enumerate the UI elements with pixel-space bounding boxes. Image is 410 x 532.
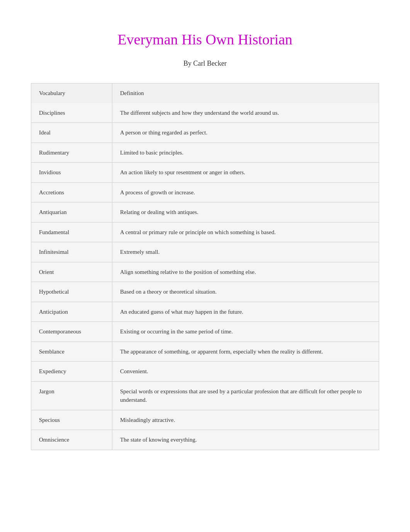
- vocabulary-definition: The appearance of something, or apparent…: [112, 342, 379, 362]
- table-row: InvidiousAn action likely to spur resent…: [31, 163, 379, 183]
- table-row: DisciplinesThe different subjects and ho…: [31, 103, 379, 123]
- vocabulary-definition: A process of growth or increase.: [112, 182, 379, 202]
- vocabulary-definition: Misleadingly attractive.: [112, 410, 379, 430]
- table-row: SpeciousMisleadingly attractive.: [31, 410, 379, 430]
- vocabulary-word: Antiquarian: [31, 202, 112, 223]
- vocabulary-definition: An educated guess of what may happen in …: [112, 302, 379, 322]
- vocabulary-word: Infinitesimal: [31, 242, 112, 262]
- vocabulary-word: Fundamental: [31, 222, 112, 242]
- table-row: OrientAlign something relative to the po…: [31, 262, 379, 282]
- vocabulary-definition: Align something relative to the position…: [112, 262, 379, 282]
- vocabulary-word: Disciplines: [31, 103, 112, 123]
- vocabulary-word: Expediency: [31, 362, 112, 382]
- vocabulary-table: Vocabulary Definition DisciplinesThe dif…: [31, 83, 379, 450]
- vocabulary-definition: Special words or expressions that are us…: [112, 381, 379, 410]
- vocabulary-definition: The state of knowing everything.: [112, 430, 379, 450]
- table-row: IdealA person or thing regarded as perfe…: [31, 123, 379, 143]
- table-row: AnticipationAn educated guess of what ma…: [31, 302, 379, 322]
- vocabulary-word: Rudimentary: [31, 143, 112, 163]
- table-header-row: Vocabulary Definition: [31, 83, 379, 103]
- vocabulary-word: Omniscience: [31, 430, 112, 450]
- table-row: InfinitesimalExtremely small.: [31, 242, 379, 262]
- vocabulary-definition: A person or thing regarded as perfect.: [112, 123, 379, 143]
- table-row: FundamentalA central or primary rule or …: [31, 222, 379, 242]
- author-byline: By Carl Becker: [31, 59, 379, 68]
- vocabulary-definition: Convenient.: [112, 362, 379, 382]
- vocabulary-definition: The different subjects and how they unde…: [112, 103, 379, 123]
- vocabulary-word: Hypothetical: [31, 282, 112, 302]
- table-row: AntiquarianRelating or dealing with anti…: [31, 202, 379, 223]
- vocabulary-word: Specious: [31, 410, 112, 430]
- vocabulary-word: Anticipation: [31, 302, 112, 322]
- table-row: ExpediencyConvenient.: [31, 362, 379, 382]
- table-row: RudimentaryLimited to basic principles.: [31, 143, 379, 163]
- table-row: SemblanceThe appearance of something, or…: [31, 342, 379, 362]
- vocabulary-definition: Based on a theory or theoretical situati…: [112, 282, 379, 302]
- vocabulary-definition: An action likely to spur resentment or a…: [112, 163, 379, 183]
- vocabulary-definition: A central or primary rule or principle o…: [112, 222, 379, 242]
- vocabulary-word: Orient: [31, 262, 112, 282]
- vocabulary-definition: Extremely small.: [112, 242, 379, 262]
- table-row: HypotheticalBased on a theory or theoret…: [31, 282, 379, 302]
- vocabulary-word: Contemporaneous: [31, 322, 112, 342]
- vocabulary-definition: Existing or occurring in the same period…: [112, 322, 379, 342]
- page-title: Everyman His Own Historian: [31, 23, 379, 48]
- vocabulary-word: Jargon: [31, 381, 112, 410]
- vocabulary-word: Invidious: [31, 163, 112, 183]
- vocabulary-word: Semblance: [31, 342, 112, 362]
- column-header-vocabulary: Vocabulary: [31, 83, 112, 103]
- table-row: AccretionsA process of growth or increas…: [31, 182, 379, 202]
- vocabulary-definition: Relating or dealing with antiques.: [112, 202, 379, 223]
- table-row: ContemporaneousExisting or occurring in …: [31, 322, 379, 342]
- vocabulary-word: Ideal: [31, 123, 112, 143]
- vocabulary-word: Accretions: [31, 182, 112, 202]
- column-header-definition: Definition: [112, 83, 379, 103]
- table-row: OmniscienceThe state of knowing everythi…: [31, 430, 379, 450]
- vocabulary-definition: Limited to basic principles.: [112, 143, 379, 163]
- table-row: JargonSpecial words or expressions that …: [31, 381, 379, 410]
